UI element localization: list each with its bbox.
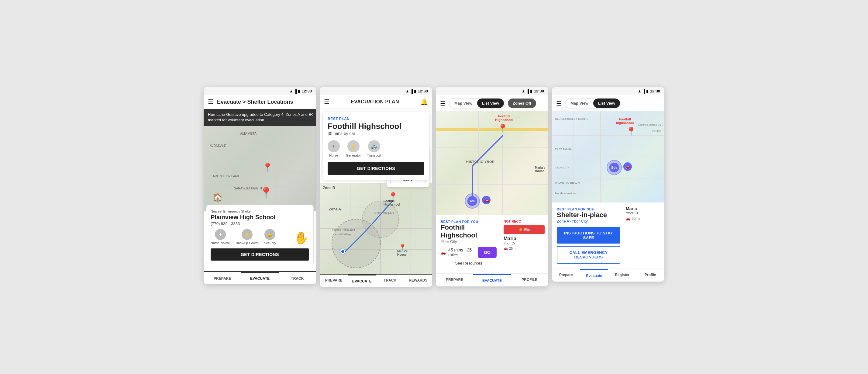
s2-page-title: EVACUATION PLAN	[351, 99, 399, 105]
s3-dest-pin: 📍	[498, 123, 508, 134]
amenity-power-label: Back-up Power	[236, 241, 259, 245]
s4-map-view-btn[interactable]: Map View	[566, 98, 593, 108]
best-plan-amenities: + Nurse ⚡ Generator 🚌 Transport	[328, 140, 424, 157]
instructions-button[interactable]: INSTRUCTIONS TO STAY SAFE	[557, 227, 620, 243]
s2-amish-label: Amish Village	[335, 233, 351, 236]
nav-register-4[interactable]: Register	[608, 269, 637, 282]
menu-icon-2[interactable]: ☰	[324, 98, 330, 106]
s4-bottom-nav: Prepare Evacuate Register Profile	[552, 268, 664, 282]
shelter-card: Nearest Emergency Shelter : Plainview Hi…	[206, 205, 314, 265]
s2-maria-label: Maria'sHouse	[397, 250, 408, 256]
s1-header: ☰ Evacuate > Shelter Locations	[204, 95, 316, 109]
nav-prepare-2[interactable]: PREPARE	[320, 275, 348, 287]
signal-icon-4: ▐	[643, 89, 645, 93]
nav-rewards-2[interactable]: REWARDS	[404, 275, 432, 287]
s4-bottom-cards: BEST PLAN FOR SUE Shelter-in-place Zone …	[552, 202, 664, 268]
s4-map: OLD SEMINOLE HEIGHTS Del Rio EAST TAMPA …	[552, 111, 664, 202]
menu-icon-1[interactable]: ☰	[208, 98, 213, 106]
signal-icon-3: ▐	[526, 89, 529, 93]
s4-del-rio: Del Rio	[652, 130, 661, 133]
get-directions-button-2[interactable]: GET DIRECTIONS	[328, 162, 424, 175]
s2-generator-icon: ⚡	[347, 140, 360, 152]
nav-track-2[interactable]: TRACK	[376, 275, 404, 287]
wifi-icon-4: ▲	[638, 89, 642, 93]
nav-prepare-1[interactable]: PREPARE	[204, 272, 241, 284]
s4-list-view-btn[interactable]: List View	[593, 98, 620, 108]
zone-city: -Ybor City	[570, 219, 588, 224]
wifi-icon: ▲	[289, 89, 293, 93]
s3-bottom-cards: BEST PLAN FOR YOU Foothill Highschool Yb…	[436, 215, 548, 274]
nav-prepare-4[interactable]: Prepare	[552, 269, 580, 282]
amenity-power: ⚡ Back-up Power	[236, 229, 259, 245]
s2-bottom-nav: PREPARE EVACUATE TRACK REWARDS	[320, 274, 432, 287]
shelter-label: Nearest Emergency Shelter :	[211, 209, 309, 213]
car-icon: 🚗	[441, 250, 446, 255]
nav-evacuate-1[interactable]: EVACUATE	[241, 272, 278, 284]
s2-header: ☰ EVACUATION PLAN 🔔	[320, 95, 432, 109]
s3-marias-label: Maria'sHouse	[535, 166, 545, 173]
s2-zone-a-label: Zone A	[329, 207, 341, 211]
nav-profile-4[interactable]: Profile	[637, 269, 665, 282]
menu-icon-3[interactable]: ☰	[440, 100, 445, 107]
status-bar-4: ▲ ▐ ▮ 12:30	[552, 87, 664, 95]
best-plan-time: 30 mins by car	[328, 131, 424, 136]
status-bar-2: ▲ ▐ ▮ 12:30	[320, 87, 432, 95]
zones-off-btn[interactable]: Zones Off	[508, 98, 536, 108]
map-view-btn[interactable]: Map View	[450, 98, 477, 108]
nav-evacuate-2[interactable]: EVACUATE	[348, 275, 376, 287]
see-resources-link[interactable]: See Resources	[441, 258, 497, 268]
s1-map: ALTA VISTA AVONDALE ARLINGTON PARK SARAS…	[204, 126, 316, 211]
s2-content: BEST PLAN Foothill Highschool 30 mins by…	[320, 112, 432, 180]
s2-yoders-label: Yoder's Restaurant	[332, 228, 355, 231]
you-label: You	[467, 196, 477, 206]
s3-time-row: 🚗 45 mins - 25 miles GO	[441, 247, 497, 258]
s3-bottom-nav: PREPARE EVACUATE PROFILE	[436, 274, 548, 286]
s3-city: Ybor City	[441, 239, 497, 244]
s1-alert-banner: Hurricane Gustavo upgraded to Category 4…	[204, 109, 316, 126]
amenity-nurse: + Nurse on-call	[211, 229, 230, 245]
s3-car-icon: 🚗	[504, 246, 508, 250]
signal-icons-1: ▲ ▐ ▮	[289, 89, 300, 93]
nav-evacuate-3[interactable]: EVACUATE	[473, 274, 510, 286]
s1-page-title: Evacuate > Shelter Locations	[217, 99, 293, 105]
nav-track-1[interactable]: TRACK	[279, 272, 316, 284]
status-bar-1: ▲ ▐ ▮ 12:30	[204, 87, 316, 95]
s3-side-city: Ybor Ci	[504, 241, 545, 245]
amenity-security: 🔒 Security	[264, 229, 276, 245]
s2-start-dot	[340, 249, 345, 254]
shelter-amenities: + Nurse on-call ⚡ Back-up Power 🔒 Securi…	[211, 229, 309, 245]
you-location: You	[465, 193, 480, 209]
best-plan-label: BEST PLAN	[328, 117, 424, 121]
screen-1: ▲ ▐ ▮ 12:30 ☰ Evacuate > Shelter Locatio…	[204, 87, 316, 284]
person-pin: 📍	[262, 162, 273, 172]
s4-map-list-toggle: Map View List View	[565, 98, 620, 108]
s3-best-label: BEST PLAN FOR YOU	[441, 220, 497, 224]
call-emergency-button[interactable]: CALL EMERGENCY RESPONDERS	[557, 246, 620, 264]
nav-profile-3[interactable]: PROFILE	[511, 274, 548, 286]
s4-side-city: Ybor Ci	[626, 211, 661, 215]
nav-prepare-3[interactable]: PREPARE	[436, 274, 473, 286]
s4-ybor-label: YBOR CITY	[555, 166, 570, 169]
s2-nurse-icon: +	[328, 140, 340, 152]
go-button[interactable]: GO	[478, 247, 497, 258]
risk-icon: ⚡	[519, 227, 523, 232]
close-alert-button[interactable]: ×	[310, 111, 313, 118]
s3-risk-button[interactable]: ⚡ Ris	[504, 225, 545, 234]
amenity-nurse-label: Nurse on-call	[211, 241, 230, 245]
menu-icon-4[interactable]: ☰	[556, 100, 562, 107]
s4-not-rec-side: Maria Ybor Ci 🚗 25 m	[622, 202, 664, 268]
s4-dest-label: Foothillhighschool	[616, 117, 634, 125]
bell-icon[interactable]: 🔔	[420, 98, 428, 106]
time-1: 12:30	[302, 89, 312, 93]
s2-transport-icon: 🚌	[368, 140, 380, 152]
best-plan-card: BEST PLAN Foothill Highschool 30 mins by…	[323, 112, 429, 180]
get-directions-button-1[interactable]: GET DIRECTIONS	[211, 249, 309, 261]
list-view-btn[interactable]: List View	[477, 98, 504, 108]
zone-a-link[interactable]: Zone A	[557, 219, 569, 224]
s2-zone-b-label: Zone B	[323, 186, 335, 190]
shelter-name: Plainview High School	[211, 214, 309, 221]
nav-evacuate-4[interactable]: Evacuate	[580, 269, 609, 282]
s2-pinecraft-label: PINECRAFT	[374, 212, 395, 215]
battery-icon: ▮	[298, 89, 300, 93]
s2-nurse-label: Nurse	[329, 153, 338, 157]
